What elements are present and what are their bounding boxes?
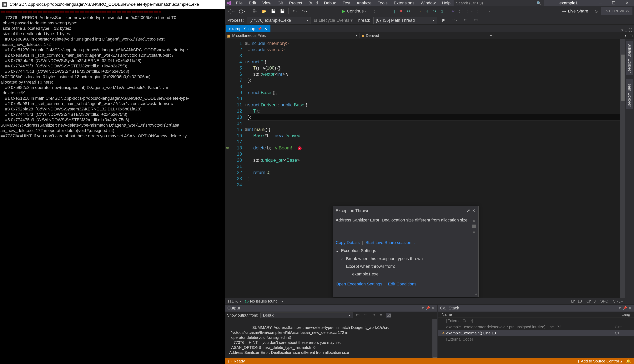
close-button[interactable]: ✕ [620, 0, 634, 6]
step-out-button[interactable]: ↥ [439, 8, 446, 14]
dbg-misc-4[interactable]: ⬚▾ [483, 8, 492, 14]
col-lang[interactable]: Lang [622, 312, 630, 317]
menu-window[interactable]: Window [417, 0, 439, 6]
nav-split-icon[interactable]: ⊟ [628, 34, 634, 38]
nav-type-combo[interactable]: ◆ Derived▾ [359, 34, 494, 38]
exception-close-icon[interactable]: ✕ [471, 208, 477, 214]
line-number-gutter[interactable]: 123456789101112131415161718192021222324 [225, 39, 244, 298]
panel-pin-icon[interactable]: 📌 [623, 306, 627, 310]
resize-grip-icon[interactable]: ⣠ [333, 290, 478, 297]
error-indicator[interactable]: No issues found [245, 299, 278, 304]
spaces-indicator[interactable]: SPC [600, 299, 608, 304]
notifications-icon[interactable]: 🔔 [626, 359, 631, 364]
output-scrollbar[interactable] [433, 319, 437, 364]
dbg-misc-2[interactable]: ⬚▾ [465, 8, 474, 14]
solution-explorer-tab[interactable]: Solution Explorer [626, 41, 633, 75]
add-source-control-button[interactable]: ↑ Add to Source Control ▴ [577, 359, 622, 364]
save-all-button[interactable]: 💾 [278, 8, 286, 14]
nav-fwd-button[interactable]: ◯▾ [237, 8, 247, 14]
code-editor[interactable]: ➪ 12345678910111213141516171819202122232… [225, 39, 625, 304]
continue-button[interactable]: ▶ Continue ▾ [340, 9, 368, 14]
menu-build[interactable]: Build [305, 0, 321, 6]
scroll-thumb[interactable] [472, 224, 476, 228]
callstack-row[interactable]: example1.exe!operator delete(void * ptr,… [438, 324, 634, 330]
menu-tools[interactable]: Tools [375, 0, 391, 6]
config-combo[interactable] [313, 8, 336, 14]
output-wrap-icon[interactable]: ≡ [378, 313, 383, 318]
step-back-button[interactable]: ↢ [450, 8, 457, 14]
dbg-misc-1[interactable]: ⬚ [457, 8, 464, 14]
nav-back-button[interactable]: ◯▾ [227, 8, 236, 14]
save-button[interactable]: 💾 [269, 8, 277, 14]
restart-button[interactable]: ↻ [405, 8, 412, 14]
tab-example1-cpp[interactable]: example1.cpp 📌 ✕ [226, 25, 271, 32]
team-explorer-tab[interactable]: Team Explorer [626, 79, 633, 109]
panel-dropdown-icon[interactable]: ▾ [422, 306, 424, 310]
panel-dropdown-icon[interactable]: ▾ [619, 306, 621, 310]
output-text[interactable]: SUMMARY: AddressSanitizer: new-delete-ty… [225, 319, 437, 364]
lineend-indicator[interactable]: CRLF [613, 299, 623, 304]
except-target-checkbox[interactable] [346, 272, 350, 276]
live-share-button[interactable]: ⮆ Live Share ☺ [562, 9, 598, 14]
menu-help[interactable]: Help [439, 0, 454, 6]
break-checkbox[interactable]: ✓ [340, 256, 344, 261]
panel-close-icon[interactable]: ✕ [629, 306, 632, 310]
menu-debug[interactable]: Debug [321, 0, 339, 6]
menu-test[interactable]: Test [339, 0, 353, 6]
expand-icon[interactable]: ▲ [336, 249, 339, 252]
callstack-list[interactable]: [External Code]example1.exe!operator del… [438, 318, 634, 364]
fold-column[interactable]: ⊟⊟⊟⊟ [244, 39, 248, 298]
exception-pin-icon[interactable]: ⤢ [466, 208, 471, 214]
output-source-combo[interactable]: Debug▾ [261, 312, 353, 318]
nav-scope-combo[interactable]: ▣ Miscellaneous Files▾ [225, 34, 359, 38]
dbg-icon-2[interactable]: ⬚ [380, 8, 387, 14]
maximize-button[interactable]: ☐ [607, 0, 620, 6]
split-icon[interactable]: ⊞ [624, 28, 627, 32]
panel-close-icon[interactable]: ✕ [432, 306, 435, 310]
edit-conditions-link[interactable]: Edit Conditions [388, 282, 416, 286]
callstack-row[interactable]: [External Code] [438, 336, 634, 342]
menu-view[interactable]: View [259, 0, 274, 6]
output-clear-icon[interactable]: ⌧ [386, 313, 391, 318]
copy-details-link[interactable]: Copy Details [336, 240, 360, 245]
menu-analyze[interactable]: Analyze [353, 0, 374, 6]
minimize-button[interactable]: ─ [594, 0, 607, 6]
dbg-misc-3[interactable]: ⬚ [475, 8, 482, 14]
fullscreen-icon[interactable]: ⛶ [629, 28, 632, 32]
search-box[interactable]: Search (Ctrl+Q) 🔍 [454, 0, 544, 6]
stack-icon2[interactable]: ⬚ [462, 17, 469, 24]
col-name[interactable]: Name [442, 312, 452, 317]
h-scroll-left-icon[interactable]: ◂ [281, 299, 283, 304]
break-all-button[interactable]: ‖ [391, 8, 397, 14]
redo-button[interactable]: ↷▾ [300, 8, 309, 14]
zoom-level[interactable]: 111 %▾ [227, 299, 241, 304]
console-output[interactable]: ========================================… [0, 9, 225, 364]
stack-icon[interactable]: ⬚▾ [450, 17, 459, 24]
lifecycle-icon[interactable]: ▦ Lifecycle Events ▾ [314, 18, 353, 23]
feedback-icon[interactable]: ☺ [594, 9, 598, 14]
callstack-row[interactable]: ➪example1.exe!main() Line 18C++ [438, 330, 634, 336]
process-combo[interactable]: [77376] example1.exe▾ [247, 17, 310, 24]
open-button[interactable]: 📂 [260, 8, 268, 14]
thread-combo[interactable]: [67436] Main Thread▾ [373, 17, 437, 24]
menu-extensions[interactable]: Extensions [391, 0, 417, 6]
menu-file[interactable]: File [233, 0, 246, 6]
stack-icon3[interactable]: ⬚ [472, 17, 480, 24]
pin-icon[interactable]: 📌 [258, 27, 262, 31]
new-button[interactable]: ▒▾ [251, 8, 259, 14]
scroll-up-icon[interactable]: ▲ [472, 217, 476, 224]
scroll-down-icon[interactable]: ▼ [472, 230, 476, 236]
vs-logo-icon[interactable] [225, 0, 233, 6]
start-live-share-link[interactable]: Start Live Share session... [365, 240, 415, 245]
open-exception-settings-link[interactable]: Open Exception Settings [336, 282, 382, 286]
callstack-row[interactable]: [External Code] [438, 318, 634, 324]
step-over-button[interactable]: ↷ [432, 8, 438, 14]
show-next-button[interactable]: → [416, 8, 423, 14]
flag-icon[interactable]: ⚑ [440, 17, 447, 24]
undo-button[interactable]: ↶▾ [290, 8, 299, 14]
step-into-button[interactable]: ↧ [424, 8, 431, 14]
output-icon-1[interactable]: ⬚ [355, 313, 360, 318]
panel-pin-icon[interactable]: 📌 [426, 306, 430, 310]
stop-button[interactable]: ■ [398, 8, 404, 14]
console-titlebar[interactable]: ▣ C:\MSDN\cpp-docs-pr\docs\c-language\AS… [0, 0, 225, 9]
